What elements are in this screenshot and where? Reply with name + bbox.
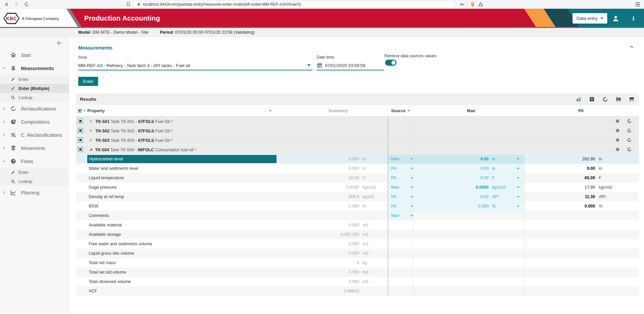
col-summary[interactable]: Summary [276,108,359,113]
property-cell[interactable]: Total net mass [87,260,116,265]
refresh-icon[interactable] [603,97,608,102]
panel-layout-icon[interactable] [629,97,634,102]
info-icon[interactable]: i [633,9,634,28]
sidebar-item-start[interactable]: Start [0,49,69,62]
gear-icon[interactable] [615,138,620,142]
chevron-right-icon[interactable] [2,133,6,137]
collapse-icon[interactable] [90,148,92,151]
man-input[interactable]: 0.00in [413,154,524,164]
datetime-input[interactable]: 07/01/2020 23:59:59 [317,61,384,70]
collapse-rows-icon[interactable] [576,97,581,102]
source-select[interactable]: Man [388,154,413,164]
chevron-right-icon[interactable] [2,146,6,150]
property-cell[interactable]: Hydrocarbon level [87,155,276,163]
sidebar-item-flows-enter[interactable]: Enter [0,168,69,177]
man-input[interactable]: 0.00in [413,164,524,173]
enter-button[interactable]: Enter [78,77,98,86]
chevron-right-icon[interactable] [2,191,6,194]
back-icon[interactable] [4,2,9,7]
pa-cell[interactable]: 11.30API [524,192,639,201]
browser-menu-icon[interactable] [636,2,640,6]
source-select[interactable]: PA [388,164,413,173]
source-select[interactable]: PA [388,173,413,183]
property-cell[interactable]: Density at ref temp [87,194,124,199]
property-cell[interactable]: Free water and sediments volume [87,242,152,246]
chevron-right-icon[interactable] [2,107,6,111]
gear-icon[interactable] [615,128,620,133]
retrieve-toggle[interactable] [385,60,397,66]
expand-icon[interactable] [90,139,92,142]
tank-group-row[interactable]: TK-504 Tank TK-504 - 66FOLC Consumption … [76,145,639,154]
wallet-triangle-icon[interactable] [478,2,483,7]
sidebar-item-planning[interactable]: Planning [0,186,69,199]
sidebar-collapse-arrow-icon[interactable] [0,37,69,49]
man-input[interactable]: 0.00F [413,173,524,183]
tank-group-row[interactable]: TK-502 Tank TK-502 - 67FOLS Fuel Oil* [76,126,639,135]
property-cell[interactable]: Available storage [87,232,121,237]
expand-icon[interactable] [90,129,92,132]
property-cell[interactable]: Comments [87,213,109,218]
chevron-down-icon[interactable] [2,159,6,163]
forward-icon[interactable] [14,2,19,7]
area-select[interactable]: MM-REF-A3 - Refinery - Tank farm 3 - API… [78,61,313,70]
sidebar-item-c-reclassifications[interactable]: C. Reclassifications [0,128,69,142]
sidebar-item-compositions[interactable]: Compositions [0,115,69,128]
refresh-icon[interactable] [627,128,632,133]
property-cell[interactable]: Liquid temperature [87,176,124,180]
sidebar-item-measurements[interactable]: Measurements [0,62,69,75]
sidebar-item-measurements-enter-multiple[interactable]: Enter (Multiple) [0,84,69,93]
property-cell[interactable]: VCF [87,289,97,293]
property-cell[interactable]: Total observed volume [87,279,131,284]
bookmark-icon[interactable] [126,2,130,6]
refresh-icon[interactable] [627,138,632,142]
user-icon[interactable] [612,9,619,28]
col-source[interactable]: Source [391,108,405,113]
filter-icon[interactable] [83,109,86,112]
filter-icon[interactable] [407,109,410,112]
calendar-icon[interactable] [317,63,322,68]
pa-cell[interactable]: 0.000% [524,201,639,211]
col-property[interactable]: Property [87,108,105,113]
property-cell[interactable]: Water and sediments level [87,166,138,171]
row-checkbox[interactable] [78,137,83,143]
tank-group-row[interactable]: TK-501 Tank TK-501 - 67FOLS Fuel Oil* [76,117,639,126]
add-icon[interactable] [589,97,594,102]
sidebar-item-measurements-enter[interactable]: Enter [0,75,69,84]
source-select[interactable]: PA [388,192,413,201]
tank-group-row[interactable]: TK-503 Tank TK-503 - 67FOLS Fuel Oil* [76,135,639,145]
sidebar-item-measurements-lookup[interactable]: Lookup [0,93,69,102]
property-cell[interactable]: Liquid gross obs volume [87,251,134,256]
row-checkbox[interactable] [78,147,83,152]
panel-collapse-chevron-icon[interactable] [629,44,634,51]
row-checkbox[interactable] [78,128,83,133]
sidebar-item-reclassifications[interactable]: Reclassifications [0,102,69,115]
pa-cell[interactable]: 65.00F [524,173,639,183]
row-checkbox[interactable] [78,119,83,124]
col-man[interactable]: Man [413,108,524,113]
col-pa[interactable]: PA [524,108,639,113]
source-select[interactable]: Man [388,211,413,220]
reload-icon[interactable] [24,2,29,7]
pa-cell[interactable]: 0.00in [524,164,639,173]
filter-icon[interactable] [269,109,272,112]
property-cell[interactable]: Gage pressure [87,185,117,190]
source-select[interactable]: Man [388,183,413,192]
save-icon[interactable] [616,97,621,102]
property-cell[interactable]: Available material [87,223,122,227]
select-all-checkbox[interactable] [78,109,82,113]
brave-shield-icon[interactable] [470,2,475,7]
chevron-right-icon[interactable] [2,120,6,124]
property-cell[interactable]: BSW [87,204,98,209]
man-input[interactable]: 0.0000kg/cm2 [413,183,524,192]
key-icon[interactable] [460,2,465,7]
sidebar-item-flows[interactable]: Flows [0,155,69,168]
refresh-icon[interactable] [627,147,632,152]
gear-icon[interactable] [615,147,620,152]
man-input[interactable]: 0.000% [413,201,524,211]
expand-icon[interactable] [90,120,92,123]
man-input[interactable]: 0.00API [413,192,524,201]
pa-cell[interactable]: 17.90kg/cm2 [524,183,639,192]
address-bar[interactable]: localhost:8443/svm/pa/data-entry/measure… [133,1,455,8]
source-select[interactable]: PA [388,201,413,211]
module-selector-button[interactable]: Data entry [573,13,607,24]
